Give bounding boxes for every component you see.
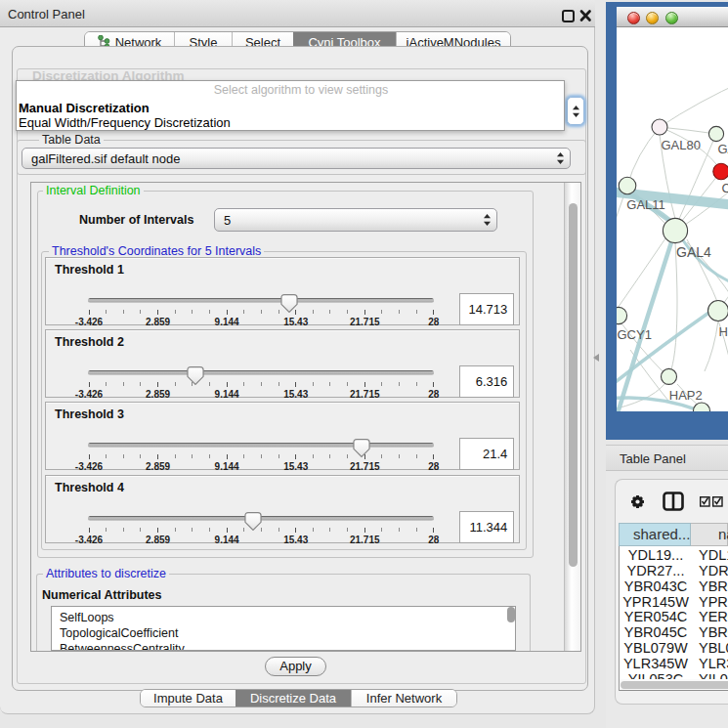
svg-text:GAL11: GAL11	[626, 197, 665, 212]
svg-text:H: H	[719, 324, 728, 339]
svg-text:HAP2: HAP2	[669, 388, 703, 403]
svg-text:C: C	[722, 181, 728, 195]
svg-text:GAL80: GAL80	[662, 138, 701, 152]
svg-text:GA: GA	[718, 142, 728, 156]
svg-text:GAL4: GAL4	[676, 244, 711, 260]
svg-text:GCY1: GCY1	[618, 327, 652, 342]
